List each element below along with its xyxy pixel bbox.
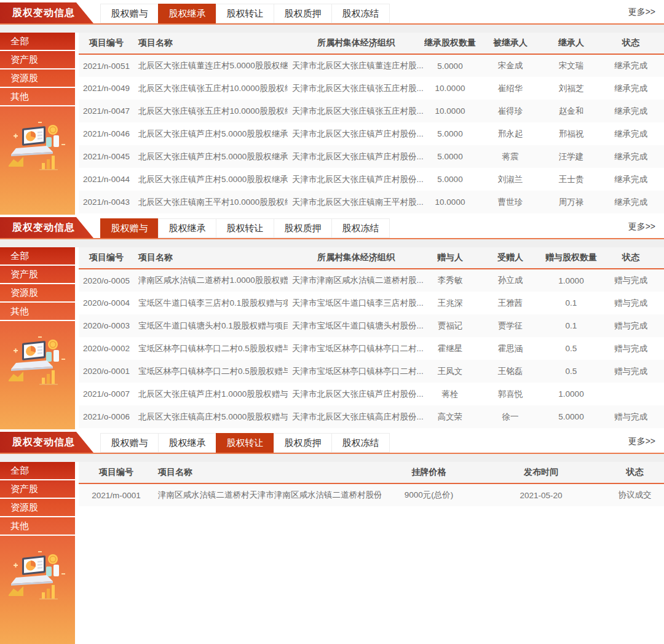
- cell: [598, 383, 664, 405]
- column-header: 状态: [606, 462, 664, 483]
- tab-equity-gift[interactable]: 股权赠与: [100, 4, 159, 23]
- column-header: 赠与人: [424, 247, 476, 269]
- more-link[interactable]: 更多>>: [628, 0, 655, 23]
- cell: 王铭磊: [476, 360, 545, 383]
- sidebar-item-resource-shares[interactable]: 资源股: [0, 284, 75, 303]
- cell: 2020/o-0005: [79, 269, 134, 292]
- sidebar-item-asset-shares[interactable]: 资产股: [0, 266, 75, 284]
- cell: 高文荣: [424, 405, 476, 428]
- table-row[interactable]: 2020/o-0002宝坻区林亭口镇林亭口二村0.5股股权赠与...天津市宝坻区…: [79, 337, 664, 360]
- tab-equity-freeze[interactable]: 股权冻结: [331, 218, 390, 238]
- cell: 蒋震: [476, 145, 545, 168]
- sidebar-item-asset-shares[interactable]: 资产股: [0, 51, 75, 70]
- sidebar-item-all[interactable]: 全部: [0, 247, 75, 266]
- sidebar-item-other[interactable]: 其他: [0, 303, 75, 321]
- cell: 蒋栓: [424, 383, 476, 405]
- tab-equity-transfer[interactable]: 股权转让: [216, 218, 274, 238]
- table-row[interactable]: 2021/n-0043北辰区大张庄镇南王平村10.0000股股权继...天津市北…: [79, 191, 664, 213]
- category-sidebar: 全部资产股资源股其他: [0, 462, 75, 644]
- sidebar-item-resource-shares[interactable]: 资源股: [0, 499, 75, 517]
- cell: 2020/o-0004: [79, 292, 134, 314]
- cell: 崔得珍: [476, 100, 545, 122]
- cell: 王雅茜: [476, 292, 545, 314]
- cell: 天津市宝坻区林亭口镇林亭口二村...: [288, 337, 424, 360]
- table-row[interactable]: 2021/m-0001津南区咸水沽镇二道桥村天津市津南区咸水沽镇二道桥村股份经.…: [79, 483, 664, 506]
- table-row[interactable]: 2021/n-0051北辰区大张庄镇董连庄村5.0000股股权继...天津市北辰…: [79, 54, 664, 77]
- tab-equity-transfer[interactable]: 股权转让: [216, 4, 274, 23]
- cell: 津南区咸水沽镇二道桥村1.0000股股权赠...: [134, 269, 288, 292]
- cell: 宝坻区牛道口镇塘头村0.1股股权赠与项目: [134, 314, 288, 337]
- records-table-wrap: 项目编号项目名称挂牌价格发布时间状态2021/m-0001津南区咸水沽镇二道桥村…: [79, 462, 664, 644]
- cell: 邢福祝: [545, 122, 598, 145]
- table-row[interactable]: 2020/o-0003宝坻区牛道口镇塘头村0.1股股权赠与项目天津市宝坻区牛道口…: [79, 314, 664, 337]
- section-header-bar: 股权变动信息股权赠与股权继承股权转让股权质押股权冻结更多>>: [0, 215, 664, 239]
- cell: 王凤文: [424, 360, 476, 383]
- table-row[interactable]: 2021/n-0049北辰区大张庄镇张五庄村10.0000股股权继...天津市北…: [79, 77, 664, 100]
- cell: 0.5: [545, 360, 598, 383]
- table-row[interactable]: 2021/o-0007北辰区大张庄镇芦庄村1.0000股股权赠与...天津市北辰…: [79, 383, 664, 405]
- tab-equity-pledge[interactable]: 股权质押: [274, 218, 332, 238]
- tab-equity-inheritance[interactable]: 股权继承: [158, 433, 216, 453]
- column-header: 继承人: [545, 33, 598, 54]
- cell: 0.1: [545, 292, 598, 314]
- equity-transfer-section: 股权变动信息股权赠与股权继承股权转让股权质押股权冻结更多>>全部资产股资源股其他…: [0, 429, 664, 644]
- cell: 10.0000: [424, 100, 476, 122]
- column-header: 受赠人: [476, 247, 545, 269]
- table-row[interactable]: 2021/n-0046北辰区大张庄镇芦庄村5.0000股股权继承...天津市北辰…: [79, 122, 664, 145]
- column-header: 项目名称: [154, 462, 381, 483]
- table-row[interactable]: 2021/n-0045北辰区大张庄镇芦庄村5.0000股股权继承...天津市北辰…: [79, 145, 664, 168]
- cell: 10.0000: [424, 77, 476, 100]
- table-row[interactable]: 2021/n-0047北辰区大张庄镇张五庄村10.0000股股权继...天津市北…: [79, 100, 664, 122]
- tab-equity-freeze[interactable]: 股权冻结: [331, 4, 390, 23]
- cell: 天津市津南区咸水沽镇二道桥村股...: [288, 269, 424, 292]
- column-header: 赠与股权数量: [545, 247, 598, 269]
- tab-equity-freeze[interactable]: 股权冻结: [331, 433, 390, 453]
- column-header: 项目名称: [134, 247, 288, 269]
- more-link[interactable]: 更多>>: [628, 429, 655, 453]
- sidebar-item-other[interactable]: 其他: [0, 517, 75, 536]
- tab-equity-pledge[interactable]: 股权质押: [274, 433, 332, 453]
- table-row[interactable]: 2021/n-0044北辰区大张庄镇芦庄村5.0000股股权继承...天津市北辰…: [79, 168, 664, 191]
- table-row[interactable]: 2020/o-0004宝坻区牛道口镇李三店村0.1股股权赠与项目天津市宝坻区牛道…: [79, 292, 664, 314]
- cell: 北辰区大张庄镇芦庄村5.0000股股权继承...: [134, 168, 288, 191]
- cell: 1.0000: [545, 383, 598, 405]
- sidebar-item-asset-shares[interactable]: 资产股: [0, 480, 75, 499]
- sidebar-item-all[interactable]: 全部: [0, 462, 75, 480]
- column-header: 状态: [598, 33, 664, 54]
- table-row[interactable]: 2020/o-0005津南区咸水沽镇二道桥村1.0000股股权赠...天津市津南…: [79, 269, 664, 292]
- cell: 北辰区大张庄镇芦庄村5.0000股股权继承...: [134, 145, 288, 168]
- tab-equity-inheritance[interactable]: 股权继承: [158, 218, 216, 238]
- cell: 天津市北辰区大张庄镇芦庄村股份...: [288, 122, 424, 145]
- tab-equity-inheritance[interactable]: 股权继承: [158, 4, 216, 23]
- equity-gift-section: 股权变动信息股权赠与股权继承股权转让股权质押股权冻结更多>>全部资产股资源股其他…: [0, 215, 664, 429]
- column-header: 发布时间: [476, 462, 606, 483]
- cell: 2021/m-0001: [79, 483, 154, 506]
- table-row[interactable]: 2020/o-0001宝坻区林亭口镇林亭口二村0.5股股权赠与...天津市宝坻区…: [79, 360, 664, 383]
- tab-equity-gift[interactable]: 股权赠与: [100, 433, 159, 453]
- cell: 0.5: [545, 337, 598, 360]
- sidebar-item-all[interactable]: 全部: [0, 33, 75, 51]
- cell: 2021/o-0006: [79, 405, 134, 428]
- section-spacer: [0, 25, 664, 33]
- column-header: 项目编号: [79, 247, 134, 269]
- cell: 赠与完成: [598, 314, 664, 337]
- table-row[interactable]: 2021/o-0006北辰区大张庄镇高庄村5.0000股股权赠与...天津市北辰…: [79, 405, 664, 428]
- cell: 邢永起: [476, 122, 545, 145]
- laptop-chart-illustration: [7, 120, 68, 177]
- tab-equity-gift[interactable]: 股权赠与: [100, 218, 159, 238]
- cell: 天津市宝坻区牛道口镇塘头村股份...: [288, 314, 424, 337]
- cell: 霍继星: [424, 337, 476, 360]
- more-link[interactable]: 更多>>: [628, 215, 655, 238]
- tab-equity-transfer[interactable]: 股权转让: [216, 433, 274, 453]
- cell: 赵金和: [545, 100, 598, 122]
- cell: 2021/n-0051: [79, 54, 134, 77]
- cell: 0.1: [545, 314, 598, 337]
- equity-change-page: 股权变动信息股权赠与股权继承股权转让股权质押股权冻结更多>>全部资产股资源股其他…: [0, 0, 664, 644]
- section-header-bar: 股权变动信息股权赠与股权继承股权转让股权质押股权冻结更多>>: [0, 0, 664, 25]
- records-table: 项目编号项目名称所属村集体经济组织赠与人受赠人赠与股权数量状态2020/o-00…: [79, 247, 664, 428]
- sidebar-item-other[interactable]: 其他: [0, 88, 75, 106]
- section-title-ribbon: 股权变动信息: [0, 217, 93, 238]
- tab-equity-pledge[interactable]: 股权质押: [274, 4, 332, 23]
- cell: 刘淑兰: [476, 168, 545, 191]
- sidebar-item-resource-shares[interactable]: 资源股: [0, 70, 75, 88]
